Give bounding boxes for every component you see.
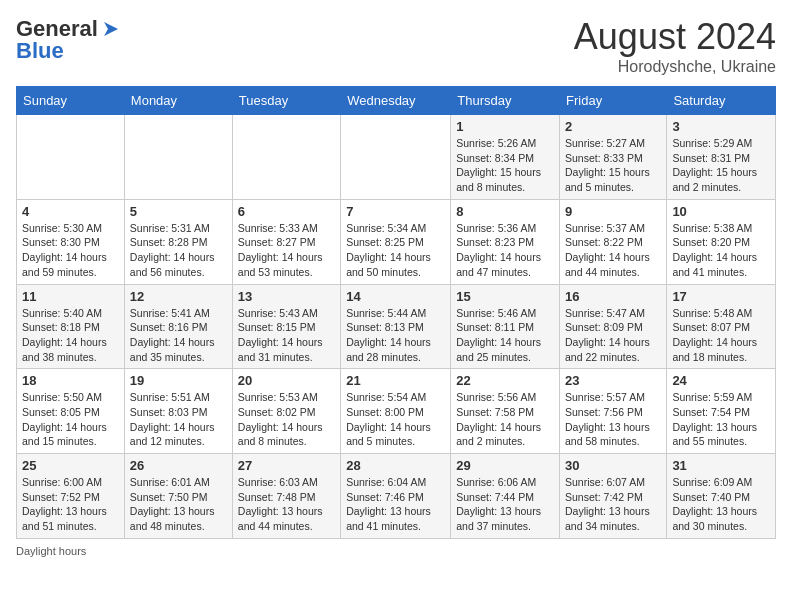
day-number: 2 [565,119,661,134]
calendar-table: SundayMondayTuesdayWednesdayThursdayFrid… [16,86,776,539]
day-cell-20: 17Sunrise: 5:48 AM Sunset: 8:07 PM Dayli… [667,284,776,369]
day-number: 15 [456,289,554,304]
title-area: August 2024 Horodyshche, Ukraine [574,16,776,76]
day-info: Sunrise: 6:09 AM Sunset: 7:40 PM Dayligh… [672,475,770,534]
day-info: Sunrise: 6:03 AM Sunset: 7:48 PM Dayligh… [238,475,335,534]
day-number: 27 [238,458,335,473]
day-cell-26: 23Sunrise: 5:57 AM Sunset: 7:56 PM Dayli… [560,369,667,454]
day-cell-33: 30Sunrise: 6:07 AM Sunset: 7:42 PM Dayli… [560,454,667,539]
week-row-2: 4Sunrise: 5:30 AM Sunset: 8:30 PM Daylig… [17,199,776,284]
day-cell-13: 10Sunrise: 5:38 AM Sunset: 8:20 PM Dayli… [667,199,776,284]
weekday-header-row: SundayMondayTuesdayWednesdayThursdayFrid… [17,87,776,115]
day-number: 12 [130,289,227,304]
day-number: 19 [130,373,227,388]
day-number: 14 [346,289,445,304]
day-cell-10: 7Sunrise: 5:34 AM Sunset: 8:25 PM Daylig… [341,199,451,284]
weekday-header-friday: Friday [560,87,667,115]
day-number: 26 [130,458,227,473]
day-number: 31 [672,458,770,473]
day-info: Sunrise: 6:07 AM Sunset: 7:42 PM Dayligh… [565,475,661,534]
day-info: Sunrise: 5:46 AM Sunset: 8:11 PM Dayligh… [456,306,554,365]
day-info: Sunrise: 5:48 AM Sunset: 8:07 PM Dayligh… [672,306,770,365]
day-number: 8 [456,204,554,219]
day-cell-0 [17,115,125,200]
day-number: 3 [672,119,770,134]
day-info: Sunrise: 5:27 AM Sunset: 8:33 PM Dayligh… [565,136,661,195]
day-cell-4: 1Sunrise: 5:26 AM Sunset: 8:34 PM Daylig… [451,115,560,200]
day-number: 11 [22,289,119,304]
day-cell-3 [341,115,451,200]
day-info: Sunrise: 5:37 AM Sunset: 8:22 PM Dayligh… [565,221,661,280]
day-cell-7: 4Sunrise: 5:30 AM Sunset: 8:30 PM Daylig… [17,199,125,284]
day-cell-24: 21Sunrise: 5:54 AM Sunset: 8:00 PM Dayli… [341,369,451,454]
day-cell-30: 27Sunrise: 6:03 AM Sunset: 7:48 PM Dayli… [232,454,340,539]
day-info: Sunrise: 6:04 AM Sunset: 7:46 PM Dayligh… [346,475,445,534]
day-cell-25: 22Sunrise: 5:56 AM Sunset: 7:58 PM Dayli… [451,369,560,454]
day-info: Sunrise: 5:33 AM Sunset: 8:27 PM Dayligh… [238,221,335,280]
day-info: Sunrise: 5:40 AM Sunset: 8:18 PM Dayligh… [22,306,119,365]
day-number: 23 [565,373,661,388]
day-info: Sunrise: 5:34 AM Sunset: 8:25 PM Dayligh… [346,221,445,280]
month-title: August 2024 [574,16,776,58]
weekday-header-monday: Monday [124,87,232,115]
day-cell-5: 2Sunrise: 5:27 AM Sunset: 8:33 PM Daylig… [560,115,667,200]
weekday-header-tuesday: Tuesday [232,87,340,115]
logo-arrow-icon [100,18,122,40]
weekday-header-sunday: Sunday [17,87,125,115]
day-cell-31: 28Sunrise: 6:04 AM Sunset: 7:46 PM Dayli… [341,454,451,539]
week-row-3: 11Sunrise: 5:40 AM Sunset: 8:18 PM Dayli… [17,284,776,369]
day-info: Sunrise: 6:06 AM Sunset: 7:44 PM Dayligh… [456,475,554,534]
day-info: Sunrise: 5:59 AM Sunset: 7:54 PM Dayligh… [672,390,770,449]
day-info: Sunrise: 5:30 AM Sunset: 8:30 PM Dayligh… [22,221,119,280]
day-number: 4 [22,204,119,219]
day-number: 25 [22,458,119,473]
day-cell-27: 24Sunrise: 5:59 AM Sunset: 7:54 PM Dayli… [667,369,776,454]
day-number: 21 [346,373,445,388]
day-cell-16: 13Sunrise: 5:43 AM Sunset: 8:15 PM Dayli… [232,284,340,369]
week-row-4: 18Sunrise: 5:50 AM Sunset: 8:05 PM Dayli… [17,369,776,454]
day-info: Sunrise: 5:26 AM Sunset: 8:34 PM Dayligh… [456,136,554,195]
day-number: 29 [456,458,554,473]
day-info: Sunrise: 5:47 AM Sunset: 8:09 PM Dayligh… [565,306,661,365]
day-info: Sunrise: 6:00 AM Sunset: 7:52 PM Dayligh… [22,475,119,534]
day-info: Sunrise: 5:51 AM Sunset: 8:03 PM Dayligh… [130,390,227,449]
day-number: 6 [238,204,335,219]
day-number: 13 [238,289,335,304]
day-cell-19: 16Sunrise: 5:47 AM Sunset: 8:09 PM Dayli… [560,284,667,369]
day-number: 1 [456,119,554,134]
day-number: 20 [238,373,335,388]
svg-marker-0 [104,22,118,36]
day-info: Sunrise: 5:54 AM Sunset: 8:00 PM Dayligh… [346,390,445,449]
day-cell-23: 20Sunrise: 5:53 AM Sunset: 8:02 PM Dayli… [232,369,340,454]
weekday-header-thursday: Thursday [451,87,560,115]
day-number: 9 [565,204,661,219]
day-number: 5 [130,204,227,219]
day-cell-17: 14Sunrise: 5:44 AM Sunset: 8:13 PM Dayli… [341,284,451,369]
logo: General Blue [16,16,122,64]
day-number: 28 [346,458,445,473]
week-row-5: 25Sunrise: 6:00 AM Sunset: 7:52 PM Dayli… [17,454,776,539]
day-cell-1 [124,115,232,200]
day-cell-14: 11Sunrise: 5:40 AM Sunset: 8:18 PM Dayli… [17,284,125,369]
day-number: 18 [22,373,119,388]
weekday-header-saturday: Saturday [667,87,776,115]
day-number: 30 [565,458,661,473]
day-cell-2 [232,115,340,200]
day-number: 17 [672,289,770,304]
footer-note: Daylight hours [16,545,776,557]
location-title: Horodyshche, Ukraine [574,58,776,76]
day-info: Sunrise: 5:53 AM Sunset: 8:02 PM Dayligh… [238,390,335,449]
week-row-1: 1Sunrise: 5:26 AM Sunset: 8:34 PM Daylig… [17,115,776,200]
day-cell-18: 15Sunrise: 5:46 AM Sunset: 8:11 PM Dayli… [451,284,560,369]
day-info: Sunrise: 5:31 AM Sunset: 8:28 PM Dayligh… [130,221,227,280]
day-info: Sunrise: 5:38 AM Sunset: 8:20 PM Dayligh… [672,221,770,280]
logo-blue: Blue [16,38,64,64]
day-info: Sunrise: 5:29 AM Sunset: 8:31 PM Dayligh… [672,136,770,195]
day-cell-9: 6Sunrise: 5:33 AM Sunset: 8:27 PM Daylig… [232,199,340,284]
day-cell-29: 26Sunrise: 6:01 AM Sunset: 7:50 PM Dayli… [124,454,232,539]
day-cell-12: 9Sunrise: 5:37 AM Sunset: 8:22 PM Daylig… [560,199,667,284]
day-cell-32: 29Sunrise: 6:06 AM Sunset: 7:44 PM Dayli… [451,454,560,539]
day-info: Sunrise: 5:41 AM Sunset: 8:16 PM Dayligh… [130,306,227,365]
day-cell-6: 3Sunrise: 5:29 AM Sunset: 8:31 PM Daylig… [667,115,776,200]
day-number: 24 [672,373,770,388]
